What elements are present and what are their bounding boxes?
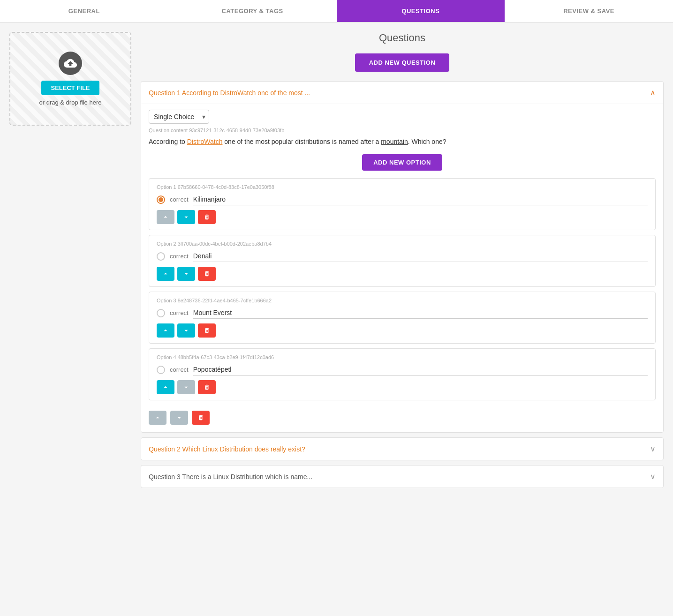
option-1-delete-button[interactable] [198,210,216,224]
option-2-delete-button[interactable] [198,267,216,281]
option-3-input[interactable] [193,307,648,319]
page-content: SELECT FILE or drag & drop file here Que… [0,23,673,502]
chevron-down-icon-3 [650,472,656,481]
option-3-delete-button[interactable] [198,323,216,338]
question-1-up-button[interactable] [149,411,166,425]
option-4-down-button[interactable] [177,380,195,394]
option-2-radio[interactable] [157,252,165,261]
option-1-input[interactable] [193,194,648,205]
top-nav: GENERAL CATEGORY & TAGS QUESTIONS REVIEW… [0,0,673,23]
option-4-delete-button[interactable] [198,380,216,394]
chevron-up-icon [650,88,656,97]
option-1-correct-label: correct [170,196,189,203]
option-2-actions [157,267,648,281]
option-4-id: Option 4 48bb5f4a-67c3-43ca-b2e9-1f47df1… [157,354,648,360]
option-3-up-button[interactable] [157,323,174,338]
add-new-option-button[interactable]: ADD NEW OPTION [362,154,442,171]
option-2-up-button[interactable] [157,267,174,281]
question-3-header[interactable]: Question 3 There is a Linux Distribution… [141,466,663,488]
question-type-row: Single Choice [149,104,656,128]
option-2-input[interactable] [193,250,648,262]
question-1-down-button[interactable] [170,411,188,425]
question-1-title: Question 1 According to DistroWatch one … [149,89,310,97]
option-3-actions [157,323,648,338]
nav-general[interactable]: GENERAL [0,0,168,22]
option-4-row: correct [157,364,648,376]
question-card-3: Question 3 There is a Linux Distribution… [141,465,664,488]
question-1-header[interactable]: Question 1 According to DistroWatch one … [141,82,663,104]
select-file-button[interactable]: SELECT FILE [41,81,99,95]
question-card-2: Question 2 Which Linux Distribution does… [141,437,664,460]
option-2-correct-label: correct [170,253,189,260]
option-2-id: Option 2 3ff700aa-00dc-4bef-b00d-202aeba… [157,241,648,247]
upload-area: SELECT FILE or drag & drop file here [9,32,131,126]
option-3-down-button[interactable] [177,323,195,338]
question-3-title: Question 3 There is a Linux Distribution… [149,473,312,481]
question-1-content-id: Question content 93c97121-312c-4658-94d0… [149,128,656,133]
upload-icon [59,52,82,75]
question-1-text: According to DistroWatch one of the most… [149,137,656,147]
option-1-up-button[interactable] [157,210,174,224]
question-2-title: Question 2 Which Linux Distribution does… [149,445,305,453]
option-4-correct-label: correct [170,366,189,373]
question-1-actions [149,405,656,425]
question-type-select-wrapper: Single Choice [149,110,209,124]
chevron-down-icon-2 [650,444,656,453]
option-4-radio[interactable] [157,366,165,374]
option-1-down-button[interactable] [177,210,195,224]
nav-category-tags[interactable]: CATEGORY & TAGS [168,0,337,22]
option-card-2: Option 2 3ff700aa-00dc-4bef-b00d-202aeba… [149,235,656,287]
option-1-radio[interactable] [157,195,165,204]
nav-review-save[interactable]: REVIEW & SAVE [505,0,673,22]
option-3-radio[interactable] [157,309,165,317]
distrowatch-link[interactable]: DistroWatch [187,138,223,145]
option-card-4: Option 4 48bb5f4a-67c3-43ca-b2e9-1f47df1… [149,348,656,400]
add-new-question-button[interactable]: ADD NEW QUESTION [355,53,450,72]
option-1-id: Option 1 67b58660-0478-4c0d-83c8-17e0a30… [157,184,648,190]
question-2-header[interactable]: Question 2 Which Linux Distribution does… [141,438,663,460]
option-1-row: correct [157,194,648,205]
main-panel: Questions ADD NEW QUESTION Question 1 Ac… [141,32,664,493]
nav-questions[interactable]: QUESTIONS [337,0,505,22]
page-title: Questions [141,32,664,44]
option-1-actions [157,210,648,224]
left-panel: SELECT FILE or drag & drop file here [9,32,131,493]
question-card-1: Question 1 According to DistroWatch one … [141,81,664,433]
option-card-1: Option 1 67b58660-0478-4c0d-83c8-17e0a30… [149,178,656,230]
option-3-id: Option 3 8e248736-22fd-4ae4-b465-7cffe1b… [157,298,648,303]
option-4-input[interactable] [193,364,648,376]
question-1-body: Single Choice Question content 93c97121-… [141,104,663,432]
option-2-down-button[interactable] [177,267,195,281]
option-4-up-button[interactable] [157,380,174,394]
option-3-row: correct [157,307,648,319]
option-3-correct-label: correct [170,309,189,316]
option-4-actions [157,380,648,394]
drag-drop-text: or drag & drop file here [20,99,121,106]
question-type-select[interactable]: Single Choice [149,110,209,124]
option-2-row: correct [157,250,648,262]
question-1-delete-button[interactable] [192,411,210,425]
option-card-3: Option 3 8e248736-22fd-4ae4-b465-7cffe1b… [149,292,656,344]
